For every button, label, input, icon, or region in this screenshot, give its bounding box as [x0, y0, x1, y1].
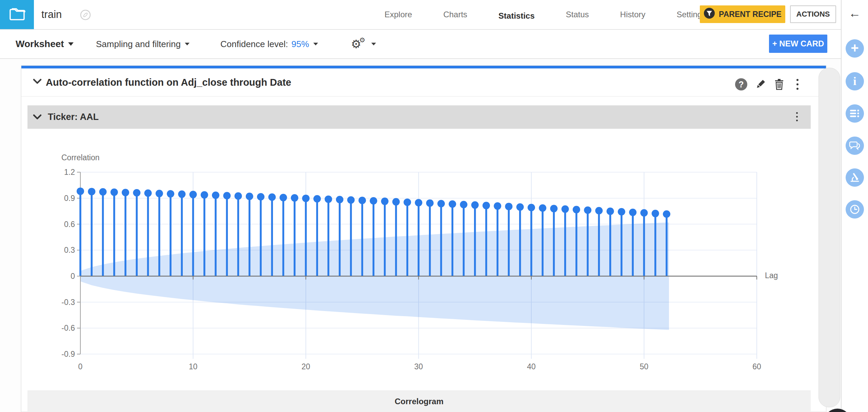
- group-header-ticker: Ticker: AAL: [27, 105, 811, 129]
- info-icon[interactable]: i: [846, 72, 864, 90]
- confidence-label: Confidence level:: [220, 39, 288, 49]
- collapse-chevron-icon[interactable]: [33, 114, 42, 120]
- collapse-chevron-icon[interactable]: [33, 79, 42, 86]
- acf-card: Auto-correlation function on Adj_close t…: [21, 65, 826, 412]
- group-menu-kebab-icon[interactable]: [796, 112, 798, 121]
- x-axis-title: Lag: [765, 271, 778, 280]
- chevron-down-icon: [68, 42, 74, 46]
- timeline-icon[interactable]: [846, 200, 864, 219]
- worksheet-settings-menu[interactable]: ⚙ ⚙: [351, 30, 376, 58]
- vertical-scrollbar[interactable]: [818, 68, 840, 407]
- help-icon[interactable]: ?: [735, 78, 748, 91]
- gear-small-icon: ⚙: [359, 37, 365, 43]
- folder-icon: [7, 6, 26, 23]
- lab-icon[interactable]: [846, 168, 864, 187]
- discussions-icon[interactable]: [846, 137, 864, 155]
- page-title: train: [41, 0, 62, 29]
- recipe-funnel-icon: [704, 7, 715, 21]
- tab-statistics[interactable]: Statistics: [498, 0, 535, 32]
- schema-icon[interactable]: [846, 104, 864, 123]
- chevron-down-icon: [185, 43, 190, 45]
- dataset-tile[interactable]: [0, 0, 34, 29]
- card-menu-kebab-icon[interactable]: [791, 78, 804, 91]
- card-accent-bar: [21, 66, 826, 68]
- delete-trash-icon[interactable]: [773, 78, 786, 91]
- y-axis-title: Correlation: [61, 153, 100, 162]
- group-title: Ticker: AAL: [48, 112, 99, 122]
- chevron-down-icon: [313, 43, 318, 45]
- worksheet-menu[interactable]: Worksheet: [16, 30, 74, 58]
- clock-status-icon: [79, 9, 92, 22]
- correlogram-section-header[interactable]: Correlogram: [27, 390, 811, 412]
- tab-charts[interactable]: Charts: [443, 0, 467, 29]
- statistics-worksheet-page: train Explore Charts Statistics Status H…: [0, 0, 868, 412]
- edit-pencil-icon[interactable]: [754, 78, 767, 91]
- top-nav-tabs: Explore Charts Statistics Status History…: [384, 0, 706, 29]
- sampling-menu-label: Sampling and filtering: [96, 39, 181, 49]
- add-icon[interactable]: +: [846, 39, 864, 58]
- card-title: Auto-correlation function on Adj_close t…: [46, 68, 291, 96]
- tab-explore[interactable]: Explore: [384, 0, 412, 29]
- parent-recipe-label: PARENT RECIPE: [719, 10, 782, 19]
- worksheet-menu-label: Worksheet: [16, 39, 64, 49]
- confidence-level-menu[interactable]: Confidence level: 95%: [220, 30, 318, 58]
- card-header: Auto-correlation function on Adj_close t…: [21, 68, 826, 97]
- right-panel: ← + i: [842, 0, 868, 412]
- confidence-value: 95%: [291, 39, 309, 49]
- tab-status[interactable]: Status: [566, 0, 589, 29]
- sampling-filtering-menu[interactable]: Sampling and filtering: [96, 30, 190, 58]
- parent-recipe-button[interactable]: PARENT RECIPE: [700, 5, 785, 23]
- collapse-panel-arrow-icon[interactable]: ←: [842, 6, 868, 20]
- tab-history[interactable]: History: [620, 0, 646, 29]
- chevron-down-icon: [371, 43, 376, 45]
- new-card-button[interactable]: + NEW CARD: [769, 35, 827, 53]
- top-header: train Explore Charts Statistics Status H…: [0, 0, 841, 30]
- worksheet-toolbar: Worksheet Sampling and filtering Confide…: [0, 30, 841, 59]
- actions-button[interactable]: ACTIONS: [790, 5, 836, 23]
